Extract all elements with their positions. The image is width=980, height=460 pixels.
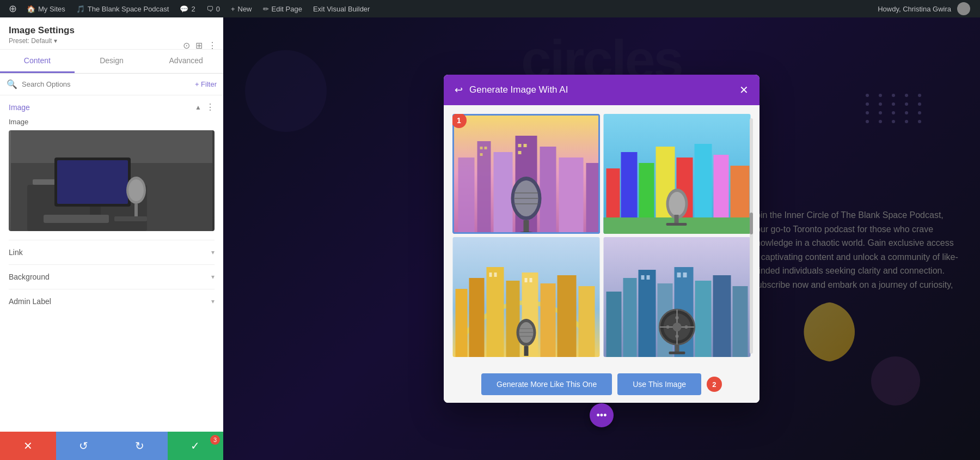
svg-rect-78 (677, 273, 681, 277)
panel-search-bar: 🔍 + Filter (0, 74, 223, 95)
floating-menu-button[interactable]: ••• (590, 403, 614, 427)
section-options-icon[interactable]: ⋮ (206, 102, 215, 112)
podcast-icon: 🎵 (76, 5, 85, 13)
wp-logo-icon[interactable]: ⊕ (4, 0, 21, 17)
link-chevron-icon: ▾ (211, 249, 215, 256)
admin-bar-pending[interactable]: 🗨 0 (201, 0, 225, 17)
svg-rect-21 (480, 147, 483, 149)
pending-icon: 🗨 (206, 5, 213, 13)
svg-rect-55 (558, 275, 577, 357)
background-section-title: Background (9, 273, 50, 281)
more-icon[interactable]: ⋮ (208, 40, 217, 51)
admin-bar-exit-builder[interactable]: Exit Visual Builder (308, 0, 376, 17)
modal-header: ↩ Generate Image With AI ✕ (444, 75, 759, 105)
city-image-2-svg (603, 114, 751, 234)
user-greeting[interactable]: Howdy, Christina Gwira (872, 0, 976, 17)
svg-point-87 (676, 316, 679, 319)
section-controls: ▲ ⋮ (195, 102, 215, 112)
panel-header-icons: ⊙ ⊞ ⋮ (183, 40, 217, 51)
svg-point-88 (676, 335, 679, 338)
svg-point-84 (673, 323, 682, 331)
admin-bar-comments[interactable]: 💬 2 (174, 0, 200, 17)
svg-rect-75 (733, 286, 748, 357)
modal-close-button[interactable]: ✕ (739, 83, 749, 96)
svg-rect-68 (607, 292, 622, 357)
svg-rect-74 (713, 275, 731, 357)
svg-rect-26 (518, 151, 522, 154)
panel-actions: ✕ ↺ ↻ ✓ 3 (0, 432, 223, 460)
image-preview-inner (9, 130, 215, 231)
use-image-button[interactable]: Use This Image (617, 373, 701, 395)
svg-point-45 (669, 192, 685, 216)
svg-rect-52 (506, 281, 520, 357)
modal-scroll-area (752, 113, 755, 359)
svg-rect-58 (494, 273, 497, 277)
admin-label-section-row[interactable]: Admin Label ▾ (9, 289, 215, 313)
image-preview[interactable] (9, 130, 215, 231)
admin-bar-new[interactable]: + New (225, 0, 258, 17)
city-image-1-svg (452, 114, 600, 234)
grid-image-2[interactable] (603, 114, 751, 234)
grid-image-1[interactable]: 1 (452, 114, 600, 234)
modal-body: 1 (444, 105, 759, 366)
background-chevron-icon: ▾ (211, 273, 215, 281)
image-field-label: Image (9, 118, 215, 126)
background-section-row[interactable]: Background ▾ (9, 264, 215, 289)
avatar (957, 2, 970, 15)
svg-rect-54 (541, 283, 556, 357)
svg-rect-24 (518, 144, 522, 147)
image-grid: 1 (452, 114, 751, 357)
undo-button[interactable]: ↺ (56, 432, 112, 460)
svg-rect-57 (489, 273, 492, 277)
svg-rect-22 (485, 147, 487, 149)
pencil-icon: ✏ (263, 5, 269, 13)
scroll-track (750, 118, 753, 354)
admin-bar-site[interactable]: 🎵 The Blank Space Podcast (71, 0, 175, 17)
admin-bar: ⊕ 🏠 My Sites 🎵 The Blank Space Podcast 💬… (0, 0, 980, 17)
home-icon: 🏠 (27, 5, 35, 13)
svg-rect-47 (666, 223, 687, 226)
svg-rect-59 (525, 278, 528, 282)
svg-point-9 (128, 179, 144, 201)
svg-rect-14 (458, 158, 475, 234)
grid-image-3[interactable] (452, 237, 600, 357)
admin-bar-mysites[interactable]: 🏠 My Sites (21, 0, 71, 17)
screenshot-icon[interactable]: ⊙ (183, 40, 190, 51)
link-section-title: Link (9, 248, 23, 257)
svg-rect-76 (641, 275, 645, 280)
tab-design[interactable]: Design (75, 50, 149, 73)
collapse-icon[interactable]: ▲ (195, 104, 201, 111)
modal-back-button[interactable]: ↩ (455, 84, 463, 96)
link-section-row[interactable]: Link ▾ (9, 240, 215, 264)
tab-content[interactable]: Content (0, 50, 75, 73)
filter-button[interactable]: + Filter (195, 80, 217, 88)
ai-modal: ↩ Generate Image With AI ✕ 1 (444, 75, 759, 403)
tab-advanced[interactable]: Advanced (149, 50, 223, 73)
use-image-badge: 2 (707, 377, 722, 392)
main-content: circles Join the Inner Circle of The Bla… (223, 17, 980, 460)
redo-button[interactable]: ↻ (112, 432, 168, 460)
svg-rect-15 (477, 141, 491, 234)
city-image-4-svg (603, 237, 751, 357)
svg-rect-50 (469, 278, 485, 357)
svg-rect-60 (530, 278, 532, 282)
svg-rect-70 (639, 270, 656, 357)
svg-rect-77 (647, 275, 650, 280)
settings-panel: Image Settings Preset: Default ▾ ⊙ ⊞ ⋮ C… (0, 17, 223, 460)
admin-bar-edit-page[interactable]: ✏ Edit Page (258, 0, 308, 17)
search-input[interactable] (22, 80, 191, 88)
svg-rect-18 (540, 147, 556, 234)
svg-point-89 (666, 325, 670, 329)
panel-tabs: Content Design Advanced (0, 50, 223, 74)
image-section-header[interactable]: Image ▲ ⋮ (9, 102, 215, 112)
grid-icon[interactable]: ⊞ (195, 40, 203, 51)
scroll-thumb[interactable] (750, 213, 753, 234)
generate-more-button[interactable]: Generate More Like This One (481, 373, 612, 395)
grid-image-4[interactable] (603, 237, 751, 357)
save-button[interactable]: ✓ 3 (168, 432, 224, 460)
plus-icon: + (231, 5, 235, 13)
admin-bar-user: Howdy, Christina Gwira (872, 0, 976, 17)
comment-icon: 💬 (180, 5, 188, 13)
panel-title: Image Settings (9, 25, 215, 36)
cancel-button[interactable]: ✕ (0, 432, 56, 460)
